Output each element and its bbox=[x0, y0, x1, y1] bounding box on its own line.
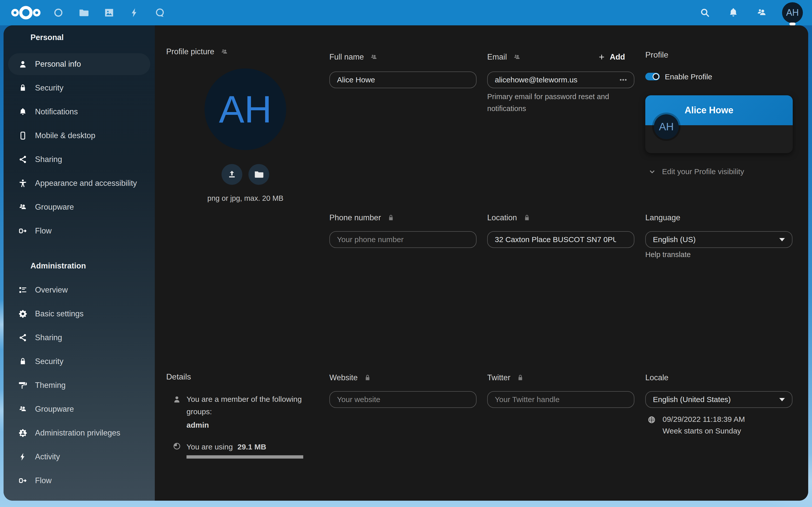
quota-progress-bar bbox=[187, 455, 303, 459]
phone-label-row: Phone number bbox=[329, 212, 395, 223]
choose-from-files-button[interactable] bbox=[248, 164, 269, 185]
full-name-input[interactable] bbox=[329, 71, 476, 88]
three-dots-icon bbox=[619, 75, 627, 84]
sidebar-item-admin-sharing[interactable]: Sharing bbox=[8, 327, 150, 349]
globe-icon bbox=[647, 415, 656, 424]
person-icon bbox=[18, 60, 28, 69]
app-talk[interactable] bbox=[151, 4, 168, 21]
sidebar-item-label: Groupware bbox=[35, 203, 74, 212]
sidebar-item-groupware[interactable]: Groupware bbox=[8, 196, 150, 218]
avatar-initials: AH bbox=[219, 88, 272, 131]
phone-input[interactable] bbox=[329, 231, 476, 248]
sidebar-section-personal: Personal bbox=[31, 31, 150, 45]
sidebar-item-admin-groupware[interactable]: Groupware bbox=[8, 398, 150, 420]
scope-contacts-icon[interactable] bbox=[220, 48, 229, 56]
edit-profile-visibility[interactable]: Edit your Profile visibility bbox=[648, 167, 744, 176]
sidebar-item-sharing[interactable]: Sharing bbox=[8, 149, 150, 170]
sidebar-item-personal-info[interactable]: Personal info bbox=[8, 53, 150, 75]
contacts-icon bbox=[756, 7, 767, 18]
location-label-row: Location bbox=[487, 212, 531, 223]
details-heading: Details bbox=[166, 372, 191, 382]
sidebar-item-label: Flow bbox=[35, 476, 52, 485]
sidebar-item-theming[interactable]: Theming bbox=[8, 375, 150, 396]
email-input[interactable] bbox=[487, 71, 635, 88]
avatar-upload-hint: png or jpg, max. 20 MB bbox=[185, 194, 306, 203]
sidebar-item-admin-security[interactable]: Security bbox=[8, 351, 150, 373]
talk-bubble-icon bbox=[155, 7, 165, 18]
language-label-row: Language bbox=[645, 212, 680, 223]
folder-icon bbox=[254, 169, 264, 179]
edit-profile-visibility-label: Edit your Profile visibility bbox=[662, 167, 744, 176]
app-photos[interactable] bbox=[100, 4, 118, 21]
gear-icon bbox=[18, 309, 28, 319]
locale-datetime: 09/29/2022 11:18:39 AM bbox=[663, 415, 745, 424]
locale-label: Locale bbox=[645, 373, 668, 382]
scope-lock-icon[interactable] bbox=[364, 374, 371, 382]
sidebar-item-administration-privileges[interactable]: Administration privileges bbox=[8, 422, 150, 444]
sidebar-item-notifications[interactable]: Notifications bbox=[8, 101, 150, 123]
scope-lock-icon[interactable] bbox=[523, 214, 531, 222]
bell-icon bbox=[18, 107, 28, 116]
contacts-icon bbox=[18, 405, 28, 414]
user-status-dash bbox=[790, 22, 796, 25]
user-avatar-menu[interactable]: AH bbox=[782, 2, 803, 23]
scope-contacts-icon[interactable] bbox=[513, 53, 521, 61]
add-email-button[interactable]: Add bbox=[598, 51, 625, 63]
language-select[interactable]: English (US) bbox=[645, 231, 793, 248]
scope-lock-icon[interactable] bbox=[516, 374, 524, 382]
app-activity[interactable] bbox=[126, 4, 143, 21]
language-selected-value: English (US) bbox=[653, 235, 696, 244]
contacts-menu-button[interactable] bbox=[754, 5, 770, 21]
sidebar-item-admin-talk[interactable]: Talk bbox=[8, 494, 150, 501]
sidebar-item-admin-flow[interactable]: Flow bbox=[8, 470, 150, 492]
twitter-input[interactable] bbox=[487, 391, 635, 408]
sidebar-item-label: Talk bbox=[35, 500, 49, 501]
twitter-label-row: Twitter bbox=[487, 372, 524, 383]
app-menu bbox=[50, 0, 168, 25]
sidebar-item-admin-activity[interactable]: Activity bbox=[8, 446, 150, 468]
quota-pie-icon bbox=[172, 442, 181, 450]
email-options-button[interactable] bbox=[618, 74, 629, 86]
sidebar-item-label: Overview bbox=[35, 285, 68, 294]
sidebar-item-mobile-desktop[interactable]: Mobile & desktop bbox=[8, 125, 150, 147]
chevron-down-icon bbox=[779, 238, 785, 241]
help-translate-link[interactable]: Help translate bbox=[645, 250, 691, 259]
nextcloud-logo[interactable] bbox=[10, 5, 42, 22]
enable-profile-toggle[interactable] bbox=[645, 73, 660, 80]
unified-search-button[interactable] bbox=[697, 5, 713, 21]
sidebar-item-security[interactable]: Security bbox=[8, 77, 150, 99]
location-label: Location bbox=[487, 213, 517, 222]
app-files[interactable] bbox=[75, 4, 92, 21]
sidebar-section-administration: Administration bbox=[31, 259, 150, 273]
locale-select[interactable]: English (United States) bbox=[645, 391, 793, 408]
profile-preview-card[interactable]: Alice Howe AH bbox=[645, 95, 793, 153]
lock-icon bbox=[18, 83, 28, 93]
upload-avatar-button[interactable] bbox=[221, 164, 242, 185]
sidebar-item-flow[interactable]: Flow bbox=[8, 220, 150, 242]
language-label: Language bbox=[645, 213, 680, 222]
profile-heading: Profile bbox=[645, 50, 668, 60]
phone-label: Phone number bbox=[329, 213, 381, 222]
upload-icon bbox=[227, 169, 237, 179]
scope-contacts-icon[interactable] bbox=[370, 53, 378, 61]
sidebar-item-appearance-accessibility[interactable]: Appearance and accessibility bbox=[8, 172, 150, 194]
website-input[interactable] bbox=[329, 391, 476, 408]
chevron-down-icon bbox=[648, 168, 656, 175]
sidebar-item-label: Activity bbox=[35, 452, 60, 461]
sidebar-item-overview[interactable]: Overview bbox=[8, 279, 150, 301]
add-email-label: Add bbox=[610, 52, 625, 62]
sidebar-item-label: Flow bbox=[35, 226, 52, 235]
sidebar-item-label: Sharing bbox=[35, 333, 62, 342]
scope-lock-icon[interactable] bbox=[387, 214, 395, 222]
folder-icon bbox=[79, 7, 89, 18]
location-input[interactable] bbox=[487, 231, 635, 248]
app-dashboard[interactable] bbox=[50, 4, 67, 21]
sidebar-item-label: Administration privileges bbox=[35, 429, 120, 438]
week-start-text: Week starts on Sunday bbox=[663, 426, 741, 437]
sidebar-item-label: Security bbox=[35, 357, 63, 366]
lightning-icon bbox=[18, 452, 28, 461]
sidebar-item-label: Mobile & desktop bbox=[35, 131, 95, 140]
locale-label-row: Locale bbox=[645, 372, 668, 383]
notifications-button[interactable] bbox=[725, 5, 742, 21]
sidebar-item-basic-settings[interactable]: Basic settings bbox=[8, 303, 150, 325]
